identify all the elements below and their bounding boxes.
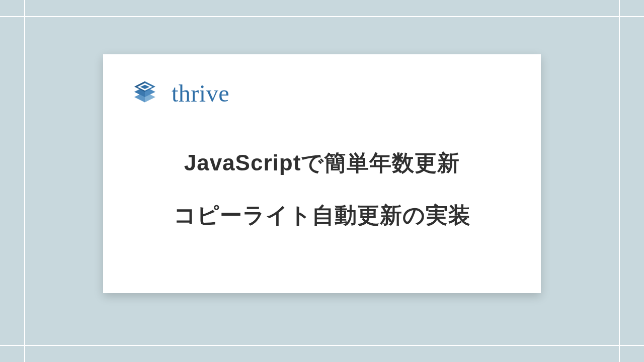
title-line-2: コピーライト自動更新の実装: [130, 199, 514, 231]
grid-line-top: [0, 16, 644, 17]
title-block: JavaScriptで簡単年数更新 コピーライト自動更新の実装: [130, 147, 514, 231]
stacked-layers-icon: [130, 78, 159, 108]
grid-line-left: [24, 0, 25, 362]
title-line-1: JavaScriptで簡単年数更新: [130, 147, 514, 179]
grid-line-bottom: [0, 345, 644, 346]
title-card: thrive JavaScriptで簡単年数更新 コピーライト自動更新の実装: [103, 54, 541, 293]
grid-line-right: [619, 0, 620, 362]
brand-logo: thrive: [130, 78, 514, 108]
brand-name: thrive: [172, 79, 229, 107]
